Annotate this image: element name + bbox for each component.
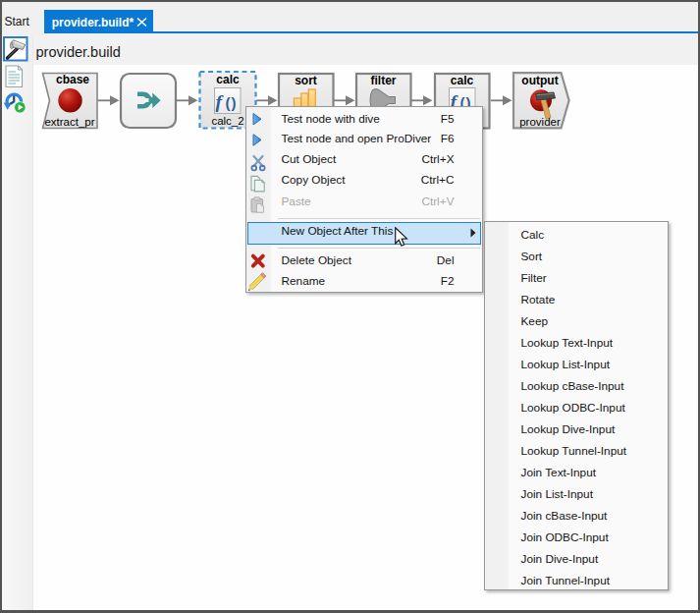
svg-text:extract_pr: extract_pr (44, 116, 94, 128)
svg-text:(: ( (226, 94, 231, 111)
svg-text:calc: calc (216, 73, 240, 86)
svg-text:calc: calc (451, 74, 474, 87)
svg-text:provider: provider (519, 116, 561, 128)
svg-text:calc_2: calc_2 (211, 115, 243, 127)
svg-text:): ) (232, 94, 237, 111)
svg-text:output: output (521, 74, 558, 87)
svg-text:sort: sort (295, 74, 317, 87)
svg-text:cbase: cbase (56, 73, 89, 86)
svg-text:filter: filter (370, 74, 396, 87)
